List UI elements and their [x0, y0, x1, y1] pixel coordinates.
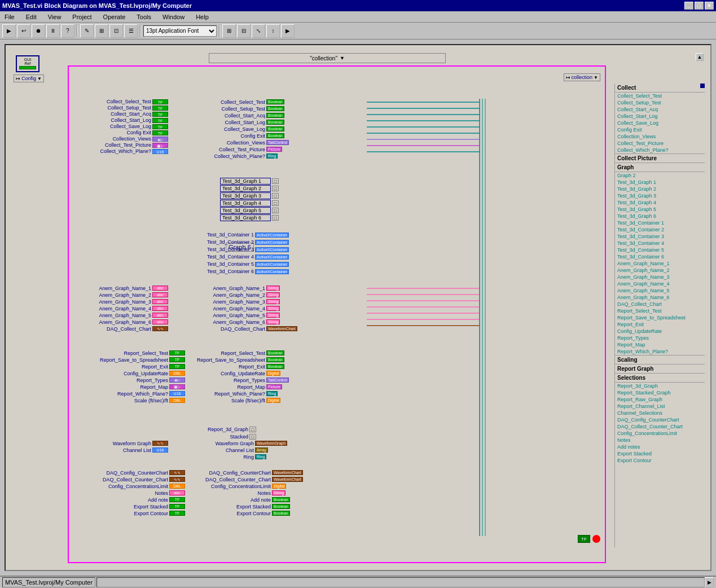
status-scroll-area[interactable] — [96, 577, 705, 587]
report-graph-header: Report Graph — [615, 365, 705, 374]
right-report-select-test: Report_Select_Test — [615, 308, 705, 314]
toolbar-btn-6[interactable]: ✎ — [80, 24, 94, 38]
right-daq-collect-chart: DAQ_Collect_Chart — [615, 301, 705, 308]
ctrl-report-save: Report_Save_to_Spreadsheet TF — [72, 357, 185, 363]
ctrl-channel-list: Channel List U16 — [72, 447, 168, 453]
test3d-container-2: Test_3d_Container 2 ActiveXContainer — [192, 239, 289, 245]
config-box: ↦ Config ▼ — [14, 74, 44, 82]
daq-collect-node: DAQ_Collect_Counter_Chart WaveformChart — [192, 476, 303, 482]
right-test3d-graph-5: Test_3d_Graph 5 — [615, 206, 705, 213]
right-test3d-container-4: Test_3d_Container 4 — [615, 240, 705, 247]
test3d-graph-4: Test_3d_Graph 4 □ — [220, 200, 279, 207]
node-collect-start-acq: Collect_Start_Acq Boolean — [192, 112, 289, 119]
right-anem-1: Anem_Graph_Name_1 — [615, 260, 705, 267]
font-selector[interactable]: 13pt Application Font — [143, 25, 217, 37]
anem-center-nodes: Anem_Graph_Name_1 String Anem_Graph_Name… — [192, 285, 297, 332]
diagram-canvas[interactable]: GUI Ref ↦ Config ▼ "collection" ▼ ↦ coll… — [5, 44, 711, 571]
anem-node-3: Anem_Graph_Name_3 String — [192, 299, 297, 305]
ctrl-anem-4: Anem_Graph_Name_4 abc — [72, 305, 168, 311]
wire-bottom — [68, 562, 606, 563]
ctrl-label: Collect_Save_Log — [72, 124, 151, 129]
menu-view[interactable]: View — [46, 13, 64, 21]
toolbar-btn-1[interactable]: ▶ — [2, 24, 16, 38]
right-collection-views: Collection_Views — [615, 133, 705, 140]
right-export-stacked: Export Stacked — [615, 450, 705, 457]
toolbar-btn-5[interactable]: ? — [61, 24, 74, 38]
right-test3d-container-3: Test_3d_Container 3 — [615, 233, 705, 240]
right-collect-start-acq: Collect_Start_Acq — [615, 106, 705, 113]
right-report-save: Report_Save_to_Spreadsheet — [615, 314, 705, 321]
right-test3d-container-5: Test_3d_Container 5 — [615, 247, 705, 253]
right-add-notes: Add notes — [615, 444, 705, 450]
channel-node: Channel List Array — [192, 447, 287, 453]
ctrl-report-types: Report_Types ◈▷ — [72, 377, 185, 383]
menu-window[interactable]: Window — [160, 13, 187, 21]
test3d-graph-1: Test_3d_Graph 1 □ — [220, 178, 279, 185]
ctrl-report-exit: Report_Exit TF — [72, 363, 185, 370]
ctrl-collect-start-log: Collect_Start_Log TF — [72, 117, 168, 123]
add-note-node: Add note Boolean — [192, 497, 303, 503]
right-test3d-container-2: Test_3d_Container 2 — [615, 226, 705, 233]
test3d-graph-5: Test_3d_Graph 5 □ — [220, 207, 279, 214]
right-anem-4: Anem_Graph_Name_4 — [615, 280, 705, 287]
ctrl-bool-term: TF — [152, 99, 168, 104]
export-contour-node: Export Contour Boolean — [192, 510, 303, 516]
toolbar-btn-3[interactable]: ⏺ — [32, 24, 45, 38]
toolbar-btn-8[interactable]: ⊡ — [109, 24, 123, 38]
close-button[interactable]: ✕ — [705, 2, 714, 10]
toolbar: ▶ ↩ ⏺ ⏸ ? ✎ ⊞ ⊡ ☰ 13pt Application Font … — [0, 23, 716, 40]
menu-project[interactable]: Project — [70, 13, 94, 21]
right-test3d-graph-6: Test_3d_Graph 6 — [615, 213, 705, 220]
menu-help[interactable]: Help — [194, 13, 211, 21]
right-anem-5: Anem_Graph_Name_5 — [615, 287, 705, 294]
ctrl-report-select: Report_Select_Test TF — [72, 350, 185, 356]
menu-operate[interactable]: Operate — [101, 13, 128, 21]
scroll-up-button[interactable]: ▲ — [696, 53, 704, 61]
wf-channel-controls-left: Waveform Graph ∿∿ Channel List U16 — [72, 440, 168, 453]
menu-tools[interactable]: Tools — [134, 13, 153, 21]
anem-node-1: Anem_Graph_Name_1 String — [192, 285, 297, 291]
collection-label-box: "collection" ▼ — [209, 53, 446, 63]
toolbar-btn-7[interactable]: ⊞ — [95, 24, 108, 38]
toolbar-btn-dist[interactable]: ⊟ — [237, 24, 251, 38]
toolbar-btn-2[interactable]: ↩ — [17, 24, 30, 38]
status-bar: MVAS_Test.lvproj/My Computer ▶ — [0, 576, 716, 588]
toolbar-btn-resize[interactable]: ⤡ — [252, 24, 265, 38]
status-scroll-right[interactable]: ▶ — [705, 577, 714, 587]
right-test3d-container-6: Test_3d_Container 6 — [615, 253, 705, 260]
menu-file[interactable]: File — [2, 13, 17, 21]
right-collect-setup-test: Collect_Setup_Test — [615, 99, 705, 106]
toolbar-btn-pause[interactable]: ⏸ — [46, 24, 60, 38]
rep-node-scale: Scale (ft/sec)/ft Digital — [192, 397, 289, 403]
ctrl-tab-term: ◈▷ — [152, 137, 168, 142]
menu-edit[interactable]: Edit — [24, 13, 39, 21]
stacked-node: Stacked □ — [192, 433, 256, 440]
toolbar-btn-align[interactable]: ⊞ — [222, 24, 236, 38]
maximize-button[interactable]: □ — [695, 2, 704, 10]
toolbar-btn-9[interactable]: ☰ — [124, 24, 138, 38]
node-collect-start-log: Collect_Start_Log Boolean — [192, 119, 289, 125]
ctrl-label: Collect_Test_Picture — [72, 142, 151, 148]
right-report-map: Report_Map — [615, 341, 705, 348]
toolbar-btn-order[interactable]: ↕ — [266, 24, 280, 38]
ctrl-anem-1: Anem_Graph_Name_1 abc — [72, 285, 168, 291]
window-controls[interactable]: _ □ ✕ — [684, 2, 714, 10]
right-config-exit: Config Exit — [615, 126, 705, 133]
ctrl-collect-save-log: Collect_Save_Log TF — [72, 124, 168, 129]
right-collect-start-log: Collect_Start_Log — [615, 113, 705, 120]
ctrl-label: Collect_Start_Log — [72, 117, 151, 123]
rep-node-plane: Report_Which_Plane? Ring — [192, 390, 289, 397]
title-text: MVAS_Test.vi Block Diagram on MVAS_Test.… — [2, 2, 192, 9]
anem-node-2: Anem_Graph_Name_2 String — [192, 292, 297, 298]
test3d-graph-group: Test_3d_Graph 1 □ Test_3d_Graph 2 □ Test… — [220, 178, 279, 221]
node-collect-select-test: Collect_Select_Test Boolean — [192, 99, 289, 105]
conc-limit-node: Config_ConcentrationLimit Digital — [192, 483, 303, 489]
right-test3d-graph-1: Test_3d_Graph 1 — [615, 179, 705, 186]
collection-label: "collection" — [310, 55, 337, 62]
toolbar-btn-run[interactable]: ▶ — [281, 24, 295, 38]
rep-node-map: Report_Map Picture — [192, 384, 289, 390]
minimize-button[interactable]: _ — [684, 2, 693, 10]
ctrl-scale: Scale (ft/sec)/ft DBL — [72, 397, 185, 403]
ctrl-u16-term: U16 — [152, 149, 168, 154]
notes-node: Notes String — [192, 490, 303, 496]
